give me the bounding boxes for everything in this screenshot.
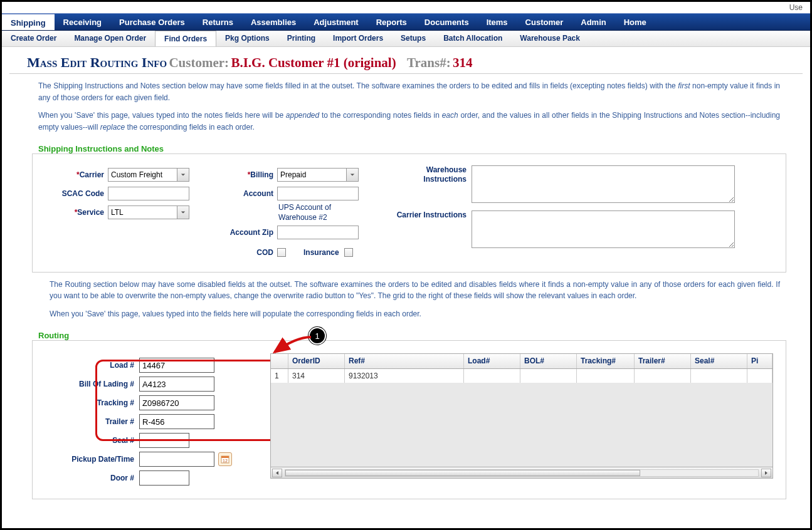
scroll-right-icon[interactable] — [761, 469, 771, 477]
grid-col-Load#[interactable]: Load# — [464, 354, 520, 368]
nav-tab-shipping[interactable]: Shipping — [2, 14, 55, 30]
cod-checkbox[interactable] — [277, 248, 286, 257]
trailer-input[interactable] — [139, 414, 214, 429]
grid-col-BOL#[interactable]: BOL# — [520, 354, 577, 368]
service-input[interactable] — [108, 205, 177, 219]
nav-primary: ShippingReceivingPurchase OrdersReturnsA… — [2, 13, 810, 31]
tracking-input[interactable] — [139, 395, 214, 410]
grid-col-OrderID[interactable]: OrderID — [288, 354, 345, 368]
chevron-down-icon[interactable] — [177, 168, 189, 182]
grid-cell — [577, 369, 635, 383]
page-title: Mass Edit Routing Info — [27, 55, 167, 70]
nav-tab-admin[interactable]: Admin — [572, 14, 614, 30]
warehouse-instructions-textarea[interactable] — [472, 165, 735, 203]
svg-text:12: 12 — [223, 459, 228, 463]
trailer-label: Trailer # — [45, 417, 139, 426]
bol-label: Bill Of Lading # — [45, 380, 139, 388]
pickup-label: Pickup Date/Time — [45, 455, 139, 464]
carrier-label: *Carrier — [45, 170, 108, 179]
nav-tab-purchase-orders[interactable]: Purchase Orders — [110, 14, 194, 30]
nav-tab-assemblies[interactable]: Assemblies — [242, 14, 305, 30]
scroll-thumb[interactable] — [285, 470, 640, 476]
account-input[interactable] — [277, 187, 359, 200]
svg-rect-1 — [221, 456, 229, 458]
subnav-setups[interactable]: Setups — [392, 31, 435, 46]
scac-input[interactable] — [108, 187, 189, 200]
calendar-icon[interactable]: 12 — [218, 452, 232, 466]
grid-cell — [464, 369, 520, 383]
grid-cell — [747, 369, 772, 383]
grid-col-Pi[interactable]: Pi — [747, 354, 772, 368]
nav-tab-customer[interactable]: Customer — [517, 14, 572, 30]
intro-paragraph-4: When you 'Save' this page, values typed … — [2, 302, 810, 320]
scroll-track[interactable] — [285, 469, 759, 477]
door-label: Door # — [45, 474, 139, 482]
customer-name: B.I.G. Customer #1 (original) — [231, 55, 396, 70]
intro-paragraph-3: The Routing section below may have some … — [2, 273, 810, 302]
account-zip-label: Account Zip — [214, 228, 277, 237]
grid-cell: 9132013 — [345, 369, 464, 383]
subnav-import-orders[interactable]: Import Orders — [324, 31, 392, 46]
nav-tab-receiving[interactable]: Receiving — [55, 14, 110, 30]
intro-paragraph-2: When you 'Save' this page, values typed … — [2, 103, 810, 133]
carrier-instructions-textarea[interactable] — [472, 210, 735, 248]
nav-tab-items[interactable]: Items — [478, 14, 517, 30]
carrier-input[interactable] — [108, 168, 177, 182]
grid-cell: 1 — [271, 369, 288, 383]
subnav-batch-allocation[interactable]: Batch Allocation — [435, 31, 511, 46]
tracking-label: Tracking # — [45, 398, 139, 407]
nav-secondary: Create OrderManage Open OrderFind Orders… — [2, 31, 810, 47]
carrier-instructions-label: Carrier Instructions — [396, 210, 472, 248]
billing-label: *Billing — [214, 170, 277, 179]
subnav-pkg-options[interactable]: Pkg Options — [216, 31, 278, 46]
billing-combo[interactable] — [277, 168, 359, 182]
seal-input[interactable] — [139, 433, 189, 448]
nav-tab-home[interactable]: Home — [615, 14, 655, 30]
grid-col-rownum[interactable] — [271, 354, 288, 368]
use-link[interactable]: Use — [789, 3, 803, 12]
chevron-down-icon[interactable] — [346, 168, 359, 182]
subnav-create-order[interactable]: Create Order — [2, 31, 65, 46]
service-combo[interactable] — [108, 205, 189, 219]
grid-horizontal-scrollbar[interactable] — [271, 467, 772, 478]
grid-cell — [520, 369, 577, 383]
pickup-input[interactable] — [139, 452, 214, 467]
subnav-warehouse-pack[interactable]: Warehouse Pack — [511, 31, 589, 46]
grid-cell — [635, 369, 691, 383]
insurance-label: Insurance — [303, 248, 344, 257]
shipping-section: *Carrier SCAC Code *Service — [32, 153, 786, 272]
load-input[interactable] — [139, 358, 214, 373]
nav-tab-returns[interactable]: Returns — [194, 14, 242, 30]
cod-label: COD — [214, 248, 277, 257]
routing-grid: OrderIDRef#Load#BOL#Tracking#Trailer#Sea… — [270, 353, 773, 479]
billing-input[interactable] — [277, 168, 346, 182]
account-note: UPS Account ofWarehouse #2 — [277, 203, 331, 222]
routing-section: 1 Load # Bill Of Lading # Tracking # — [32, 340, 786, 499]
grid-col-Ref#[interactable]: Ref# — [345, 354, 464, 368]
bol-input[interactable] — [139, 377, 214, 392]
trans-label: Trans#: — [407, 55, 451, 70]
table-row[interactable]: 13149132013 — [271, 369, 772, 383]
grid-col-Tracking#[interactable]: Tracking# — [577, 354, 635, 368]
nav-tab-adjustment[interactable]: Adjustment — [305, 14, 367, 30]
seal-label: Seal # — [45, 436, 139, 445]
carrier-combo[interactable] — [108, 168, 189, 182]
subnav-find-orders[interactable]: Find Orders — [155, 31, 216, 46]
page-heading: Mass Edit Routing Info Customer: B.I.G. … — [2, 47, 810, 71]
insurance-checkbox[interactable] — [344, 248, 353, 257]
subnav-manage-open-order[interactable]: Manage Open Order — [65, 31, 155, 46]
scroll-left-icon[interactable] — [272, 469, 282, 477]
intro-paragraph-1: The Shipping Instructions and Notes sect… — [2, 74, 810, 103]
service-label: *Service — [45, 208, 108, 217]
door-input[interactable] — [139, 470, 189, 486]
grid-col-Seal#[interactable]: Seal# — [691, 354, 747, 368]
grid-col-Trailer#[interactable]: Trailer# — [635, 354, 691, 368]
chevron-down-icon[interactable] — [177, 205, 189, 219]
grid-header: OrderIDRef#Load#BOL#Tracking#Trailer#Sea… — [271, 354, 772, 369]
nav-tab-documents[interactable]: Documents — [416, 14, 478, 30]
account-zip-input[interactable] — [277, 226, 359, 239]
nav-tab-reports[interactable]: Reports — [367, 14, 416, 30]
trans-value: 314 — [453, 55, 473, 70]
subnav-printing[interactable]: Printing — [278, 31, 324, 46]
account-label: Account — [214, 189, 277, 198]
